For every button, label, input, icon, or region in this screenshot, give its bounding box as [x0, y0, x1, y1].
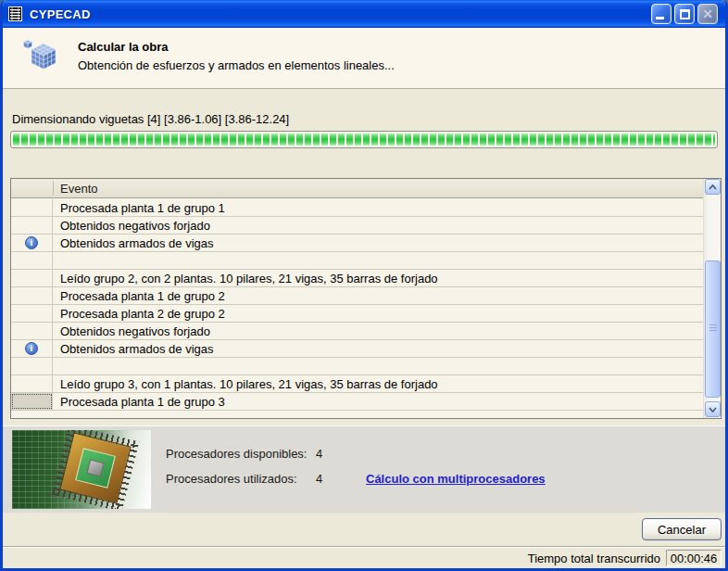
row-event-text [53, 252, 703, 269]
row-icon-cell: i [11, 252, 53, 269]
scrollbar-thumb[interactable] [705, 260, 721, 398]
close-button[interactable]: ✕ [697, 4, 718, 24]
table-row[interactable]: i [11, 358, 703, 375]
table-row[interactable]: i Procesada planta 1 de grupo 1 [11, 199, 703, 217]
row-event-text: Obtenidos negativos forjado [53, 217, 703, 234]
row-event-text: Obtenidos armados de vigas [53, 340, 703, 357]
table-row[interactable]: i Procesada planta 1 de grupo 2 [11, 287, 703, 305]
column-divider [53, 181, 54, 196]
dialog-title: Calcular la obra [78, 40, 169, 54]
row-event-text: Procesada planta 2 de grupo 2 [53, 305, 703, 322]
progress-bar [10, 131, 718, 148]
row-event-text: Procesada planta 1 de grupo 3 [53, 393, 703, 410]
row-icon-cell: i [11, 393, 53, 410]
row-icon-cell: i [11, 358, 53, 374]
cancel-button[interactable]: Cancelar [642, 518, 722, 540]
info-icon: i [25, 236, 38, 249]
maximize-button[interactable] [674, 4, 695, 24]
row-icon-cell: i [11, 375, 53, 392]
table-row[interactable]: i [11, 252, 703, 270]
row-event-text: Leído grupo 3, con 1 plantas. 10 pilares… [53, 375, 703, 392]
progress-fill [13, 133, 715, 146]
scroll-up-button[interactable] [705, 179, 721, 195]
scroll-down-button[interactable] [705, 401, 721, 417]
table-header: Evento [11, 179, 703, 198]
maximize-icon [680, 9, 690, 19]
dialog-header: Calcular la obra Obtención de esfuerzos … [3, 28, 725, 89]
row-event-text: Obtenidos armados de vigas [53, 235, 703, 251]
progress-status-text: Dimensionando viguetas [4] [3.86-1.06] [… [12, 112, 289, 126]
info-icon: i [25, 342, 38, 355]
multiprocessor-link[interactable]: Cálculo con multiprocesadores [366, 472, 546, 486]
close-icon: ✕ [698, 5, 717, 23]
row-icon-cell: i [11, 323, 53, 339]
table-row[interactable]: i Leído grupo 2, con 2 plantas. 10 pilar… [11, 270, 703, 287]
titlebar[interactable]: CYPECAD ✕ [0, 0, 728, 28]
window-title: CYPECAD [30, 7, 91, 21]
table-body: i Procesada planta 1 de grupo 1 i Obteni… [11, 199, 703, 418]
minimize-button[interactable] [651, 4, 672, 24]
row-icon-cell: i [11, 270, 53, 286]
table-row[interactable]: i Obtenidos armados de vigas [11, 235, 703, 252]
event-column-header: Evento [60, 182, 97, 196]
elapsed-time-label: Tiempo total transcurrido [528, 552, 660, 565]
vertical-scrollbar[interactable] [703, 179, 721, 418]
chevron-up-icon [709, 184, 717, 190]
cypecad-window: CYPECAD ✕ [0, 0, 728, 571]
table-row[interactable]: i Obtenidos negativos forjado [11, 217, 703, 235]
table-row[interactable]: i Procesada planta 1 de grupo 3 [11, 393, 703, 411]
chip-core [75, 448, 116, 489]
processors-used-value: 4 [316, 472, 322, 486]
row-event-text: Procesada planta 1 de grupo 1 [53, 199, 703, 216]
table-row[interactable]: i Obtenidos negativos forjado [11, 323, 703, 340]
processors-used-label: Procesadores utilizados: [166, 472, 297, 486]
scrollbar-grip [709, 324, 717, 333]
row-event-text: Obtenidos negativos forjado [53, 323, 703, 339]
elapsed-time-value: 00:00:46 [666, 550, 722, 566]
row-icon-cell: i [11, 287, 53, 304]
processors-panel: Procesadores disponibles: 4 Procesadores… [3, 425, 725, 513]
status-bar: Tiempo total transcurrido 00:00:46 [3, 546, 725, 568]
table-row[interactable]: i Obtenidos armados de vigas [11, 340, 703, 358]
table-row[interactable]: i Procesada planta 2 de grupo 2 [11, 305, 703, 323]
table-row[interactable]: i Leído grupo 3, con 1 plantas. 10 pilar… [11, 375, 703, 393]
row-icon-cell: i [11, 340, 53, 357]
row-event-text: Leído grupo 2, con 2 plantas. 10 pilares… [53, 270, 703, 286]
cypecad-logo-icon [7, 6, 24, 22]
chip-die [86, 459, 104, 476]
row-event-text [53, 358, 703, 374]
row-icon-cell: i [11, 199, 53, 216]
cpu-chip [59, 432, 132, 504]
row-icon-cell: i [11, 217, 53, 234]
row-icon-cell: i [11, 235, 53, 251]
dialog-subtitle: Obtención de esfuerzos y armados en elem… [78, 58, 395, 72]
cpu-chip-image [12, 430, 151, 509]
processors-available-label: Procesadores disponibles: [166, 447, 307, 461]
blue-cube-icon [23, 36, 60, 75]
chevron-down-icon [709, 407, 717, 412]
processors-available-value: 4 [316, 447, 322, 461]
row-icon-cell: i [11, 305, 53, 322]
minimize-icon [656, 17, 664, 19]
event-table: Evento i Procesada planta 1 de grupo 1 i… [10, 178, 722, 419]
row-event-text: Procesada planta 1 de grupo 2 [53, 287, 703, 304]
